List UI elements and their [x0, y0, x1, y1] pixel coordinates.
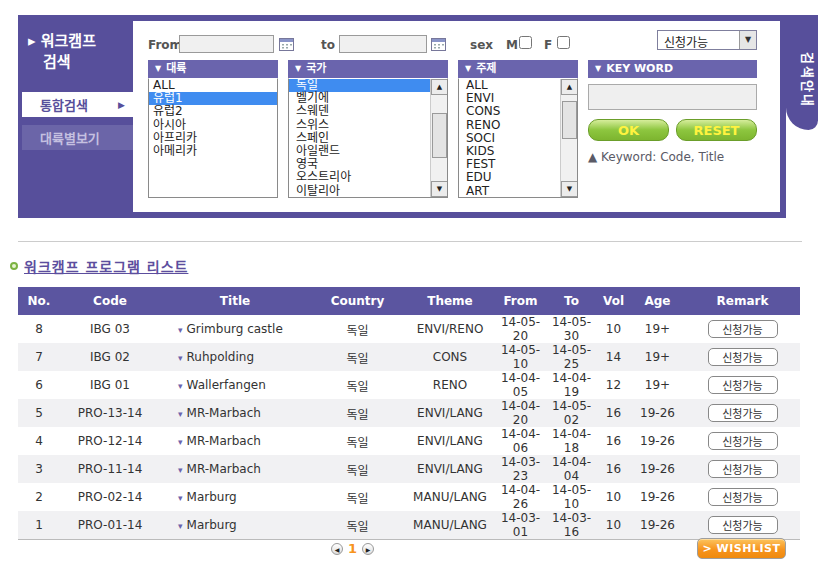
- apply-status-button[interactable]: 신청가능: [708, 404, 778, 422]
- apply-status-button[interactable]: 신청가능: [708, 320, 778, 338]
- apply-status-button[interactable]: 신청가능: [708, 376, 778, 394]
- scrollbar-thumb[interactable]: [432, 113, 447, 158]
- table-header-row: No.CodeTitleCountryThemeFromToVolAgeRema…: [18, 287, 800, 315]
- title-arrow-icon: ▾: [178, 521, 183, 531]
- scrollbar-thumb[interactable]: [562, 101, 577, 139]
- scrollbar[interactable]: ▲ ▼: [430, 79, 447, 197]
- prev-page-icon[interactable]: ◀: [331, 543, 343, 555]
- search-panel: ▸ 워크캠프 검색 통합검색 ▶ 대륙별보기 From to sex: [18, 15, 786, 218]
- country-option[interactable]: 스위스: [289, 119, 447, 132]
- cell-code: PRO-02-14: [60, 483, 160, 511]
- apply-status-button[interactable]: 신청가능: [708, 516, 778, 534]
- apply-status-button[interactable]: 신청가능: [708, 460, 778, 478]
- cell-vol: 10: [597, 511, 630, 540]
- cell-age: 19-26: [630, 399, 685, 427]
- ok-button[interactable]: OK: [588, 119, 669, 141]
- from-date-input[interactable]: [179, 35, 274, 53]
- next-page-icon[interactable]: ▶: [362, 543, 374, 555]
- title-arrow-icon: ▾: [178, 465, 183, 475]
- program-title-link[interactable]: MR-Marbach: [187, 462, 261, 476]
- cell-age: 19+: [630, 343, 685, 371]
- cell-remark: 신청가능: [685, 399, 800, 427]
- cell-remark: 신청가능: [685, 511, 800, 540]
- cell-from: 14-04-05: [495, 371, 546, 399]
- cell-no: 4: [18, 427, 60, 455]
- cell-remark: 신청가능: [685, 343, 800, 371]
- cell-theme: RENO: [405, 371, 495, 399]
- continent-option[interactable]: 아메리카: [149, 145, 277, 158]
- cell-code: IBG 01: [60, 371, 160, 399]
- keyword-input[interactable]: [588, 84, 757, 110]
- program-title-link[interactable]: MR-Marbach: [187, 434, 261, 448]
- cell-vol: 14: [597, 343, 630, 371]
- column-header-no: No.: [18, 287, 60, 315]
- cell-theme: CONS: [405, 343, 495, 371]
- cell-title: ▾Marburg: [160, 511, 310, 540]
- cell-theme: ENVI/RENO: [405, 315, 495, 343]
- keyword-header: ▼KEY WORD: [588, 60, 757, 78]
- program-title-link[interactable]: Grimburg castle: [187, 322, 283, 336]
- country-option[interactable]: 오스트리아: [289, 171, 447, 184]
- program-title-link[interactable]: Marburg: [187, 518, 237, 532]
- scrollbar[interactable]: ▲ ▼: [560, 79, 577, 197]
- reset-button[interactable]: RESET: [676, 119, 757, 141]
- cell-vol: 12: [597, 371, 630, 399]
- scroll-down-icon[interactable]: ▼: [561, 181, 578, 197]
- cell-vol: 16: [597, 455, 630, 483]
- continent-option[interactable]: 유럽2: [149, 105, 277, 118]
- cell-no: 3: [18, 455, 60, 483]
- current-page[interactable]: 1: [348, 541, 357, 556]
- continent-option[interactable]: 아시아: [149, 119, 277, 132]
- country-listbox: ▼국가 독일벨기에스웨덴스위스스페인아일랜드영국오스트리아이탈리아 ▲ ▼: [288, 60, 448, 198]
- down-arrow-icon: ▼: [295, 64, 301, 73]
- program-title-link[interactable]: Wallerfangen: [187, 378, 266, 392]
- program-row: 3PRO-11-14▾MR-Marbach독일ENVI/LANG14-03-23…: [18, 455, 800, 483]
- female-checkbox[interactable]: [557, 36, 570, 49]
- to-date-input[interactable]: [339, 35, 427, 53]
- theme-header: ▼주제: [458, 60, 578, 78]
- apply-status-button[interactable]: 신청가능: [708, 348, 778, 366]
- section-divider: [18, 241, 802, 242]
- cell-to: 14-05-02: [546, 399, 597, 427]
- wishlist-button[interactable]: > WISHLIST: [697, 538, 786, 559]
- scroll-up-icon[interactable]: ▲: [561, 79, 578, 95]
- sidebar-item-by-continent[interactable]: 대륙별보기: [22, 125, 133, 150]
- title-arrow-icon: ▾: [178, 353, 183, 363]
- calendar-icon[interactable]: [279, 37, 295, 52]
- program-title-link[interactable]: Marburg: [187, 490, 237, 504]
- program-row: 5PRO-13-14▾MR-Marbach독일ENVI/LANG14-04-20…: [18, 399, 800, 427]
- program-row: 8IBG 03▾Grimburg castle독일ENVI/RENO14-05-…: [18, 315, 800, 343]
- cell-age: 19-26: [630, 483, 685, 511]
- program-title-link[interactable]: MR-Marbach: [187, 406, 261, 420]
- program-title-link[interactable]: Ruhpolding: [187, 350, 254, 364]
- cell-remark: 신청가능: [685, 315, 800, 343]
- keyword-header-label: KEY WORD: [606, 62, 673, 75]
- theme-options: ALLENVICONSRENOSOCIKIDSFESTEDUART ▲ ▼: [458, 78, 578, 198]
- calendar-icon[interactable]: [431, 37, 447, 52]
- cell-from: 14-04-06: [495, 427, 546, 455]
- search-guide-tab[interactable]: 검색안내: [786, 15, 818, 130]
- cell-from: 14-03-23: [495, 455, 546, 483]
- column-header-country: Country: [310, 287, 405, 315]
- apply-status-button[interactable]: 신청가능: [708, 488, 778, 506]
- male-checkbox[interactable]: [519, 36, 532, 49]
- apply-status-button[interactable]: 신청가능: [708, 432, 778, 450]
- application-status-dropdown[interactable]: 신청가능 ▼: [657, 30, 757, 50]
- cell-from: 14-03-01: [495, 511, 546, 540]
- cell-to: 14-04-04: [546, 455, 597, 483]
- female-label: F: [544, 38, 552, 52]
- keyword-section: ▼KEY WORD OK RESET ▲ Keyword: Code, Titl…: [588, 60, 757, 164]
- scroll-up-icon[interactable]: ▲: [431, 79, 448, 95]
- cell-age: 19+: [630, 371, 685, 399]
- sidebar-item-integrated-search[interactable]: 통합검색 ▶: [22, 92, 133, 117]
- cell-theme: ENVI/LANG: [405, 399, 495, 427]
- cell-remark: 신청가능: [685, 427, 800, 455]
- cell-to: 14-05-10: [546, 483, 597, 511]
- country-option[interactable]: 이탈리아: [289, 185, 447, 198]
- country-option[interactable]: 스웨덴: [289, 105, 447, 118]
- scroll-down-icon[interactable]: ▼: [431, 181, 448, 197]
- cell-theme: MANU/LANG: [405, 511, 495, 540]
- cell-to: 14-04-19: [546, 371, 597, 399]
- bullet-icon: [10, 262, 18, 270]
- column-header-to: To: [546, 287, 597, 315]
